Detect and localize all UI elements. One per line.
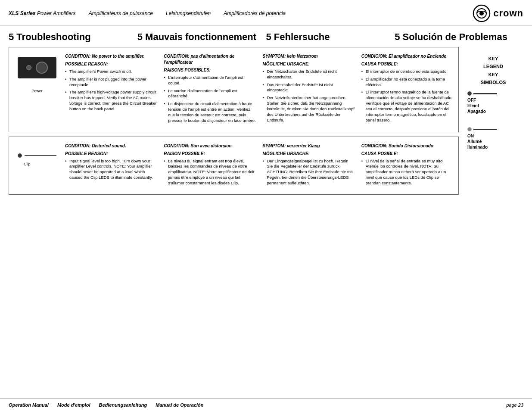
on-line — [473, 129, 497, 130]
symbol-row: OFFEleintApagado ONAlluméIluminado — [463, 91, 523, 150]
panel1-col-spanish: CONDICION: El amplificador no Enciende C… — [361, 53, 454, 126]
panel2-bullet-de-1: Der Eingangssignalpegel ist zu hoch. Reg… — [263, 159, 355, 186]
clip-indicator-image — [18, 151, 56, 160]
panel2-bullet-fr-1: Le niveau du signal entrant est trop éle… — [164, 159, 256, 186]
panel1-bullet-de-1: Der Netzschalter der Endstufe ist nicht … — [263, 69, 355, 80]
panel1-bullet-en-3: The amplifier's high-voltage power suppl… — [65, 90, 158, 112]
off-dot — [467, 91, 472, 96]
panel-distorted-sound: Clip CONDITION: Distorted sound. POSSIBL… — [9, 137, 459, 195]
main-content: Power CONDITION: No power to the amplifi… — [0, 47, 532, 372]
panel1-col-german: SYMPTOM: kein Netzstrom MÖGLICHE URSACHE… — [263, 53, 355, 126]
on-indicator — [467, 127, 497, 131]
series-title: XLS Series Power Amplifiers — [9, 10, 76, 16]
footer-mode-emploi: Mode d'emploi — [57, 402, 90, 408]
footer-bedienungsanleitung: Bedienungsanleitung — [99, 402, 147, 408]
legend-label: LÉGEND — [483, 63, 503, 69]
on-symbol: ONAlluméIluminado — [467, 127, 497, 150]
heading-french: 5 Mauvais fonctionnement — [137, 31, 266, 43]
logo-text: crown — [493, 8, 523, 19]
panel1-bullets-en: The amplifier's Power switch is off. The… — [65, 69, 158, 112]
panel2-bullets-es: El nivel de la señal de entrada es muy a… — [361, 159, 454, 186]
panel2-reason-en: POSSIBLE REASON: — [65, 151, 158, 157]
panel2-columns: CONDITION: Distorted sound. POSSIBLE REA… — [65, 143, 454, 188]
panel2-condition-de: SYMPTOM: verzerrter Klang — [263, 143, 355, 149]
subtitle-spanish: Amplificadores de potencia — [224, 10, 286, 16]
content-panels: Power CONDITION: No power to the amplifi… — [9, 47, 459, 372]
panel1-condition-de: SYMPTOM: kein Netzstrom — [263, 53, 355, 59]
panel2-col-english: CONDITION: Distorted sound. POSSIBLE REA… — [65, 143, 158, 188]
on-label: ONAlluméIluminado — [467, 133, 497, 150]
panel2-condition-es: CONDICION: Sonido Distorsionado — [361, 143, 454, 149]
panel2-col-german: SYMPTOM: verzerrter Klang MÖGLICHE URSAC… — [263, 143, 355, 188]
panel1-bullet-es-3: El interruptor termo magnético de la fue… — [361, 90, 454, 123]
panel2-reason-fr: RAISON POSSIBLE: — [164, 151, 256, 157]
panel2-condition-fr: CONDITION: Son avec distorsion. — [164, 143, 256, 149]
off-line — [473, 93, 497, 94]
power-indicator-dot — [26, 65, 31, 70]
clip-line — [25, 155, 56, 156]
panel1-bullets-de: Der Netzschalter der Endstufe ist nicht … — [263, 69, 355, 123]
panel2-bullets-en: Input signal level is too high. Turn dow… — [65, 159, 158, 181]
panel2-bullets-fr: Le niveau du signal entrant est trop éle… — [164, 159, 256, 186]
panel1-image: Power — [13, 53, 61, 126]
panel-no-power: Power CONDITION: No power to the amplifi… — [9, 47, 459, 132]
series-bold: XLS Series — [9, 10, 36, 16]
panel1-col-english: CONDITION: No power to the amplifier. PO… — [65, 53, 158, 126]
key-label-1: KEY — [488, 56, 498, 62]
subtitle-german: Leistungsendstufen — [166, 10, 211, 16]
panel1-reason-es: CAUSA POSIBLE: — [361, 61, 454, 67]
panel1-col-french: CONDITION: pas d'alimentation de l'ampli… — [164, 53, 256, 126]
series-rest: Power Amplifiers — [36, 10, 76, 16]
panel2-image: Clip — [13, 143, 61, 188]
panel2-reason-de: MÖGLICHE URSACHE: — [263, 151, 355, 157]
right-sidebar: KEY LÉGEND KEY SIMBOLOS OFFEleintApagado… — [463, 47, 523, 372]
panel1-bullet-es-2: El amplificador no está conectado a la t… — [361, 77, 454, 88]
panel2-condition-en: CONDITION: Distorted sound. — [65, 143, 158, 149]
simbolos-label: SIMBOLOS — [481, 79, 506, 85]
brand-logo: crown — [473, 4, 523, 22]
panel1-condition-fr: CONDITION: pas d'alimentation de l'ampli… — [164, 53, 256, 65]
panel1-bullet-fr-3: Le disjoncteur du circuit d'alimentation… — [164, 101, 256, 123]
header: XLS Series Power Amplifiers Amplificateu… — [0, 0, 532, 25]
heading-german: 5 Fehlersuche — [266, 31, 395, 43]
panel2-reason-es: CAUSA POSIBLE: — [361, 151, 454, 157]
panel1-reason-fr: RAISONS POSSIBLES: — [164, 67, 256, 73]
key-label-2: KEY — [488, 72, 498, 78]
footer-op-manual: Operation Manual — [9, 402, 49, 408]
panel1-bullet-fr-1: L'interrupteur d'alimentation de l'ampli… — [164, 75, 256, 86]
footer-left: Operation Manual Mode d'emploi Bedienung… — [9, 402, 204, 408]
panel1-bullets-es: El interruptor de encendido no esta apag… — [361, 69, 454, 123]
power-label: Power — [31, 89, 43, 93]
logo-emblem — [473, 4, 491, 22]
on-dot — [467, 127, 472, 131]
clip-label: Clip — [24, 162, 31, 166]
panel2-col-spanish: CONDICION: Sonido Distorsionado CAUSA PO… — [361, 143, 454, 188]
panel1-reason-en: POSSIBLE REASON: — [65, 61, 158, 67]
footer: Operation Manual Mode d'emploi Bedienung… — [0, 399, 532, 411]
off-indicator — [467, 91, 497, 96]
footer-page-number: page 23 — [506, 402, 523, 408]
panel2-col-french: CONDITION: Son avec distorsion. RAISON P… — [164, 143, 256, 188]
panel1-bullet-es-1: El interruptor de encendido no esta apag… — [361, 69, 454, 75]
power-button-circle — [36, 62, 48, 74]
panel1-bullet-fr-2: Le cordon d'alimentation de l'ampli est … — [164, 88, 256, 100]
panel1-reason-de: MÖGLICHE URSACHE: — [263, 61, 355, 67]
header-left: XLS Series Power Amplifiers Amplificateu… — [9, 10, 473, 16]
panel1-columns: CONDITION: No power to the amplifier. PO… — [65, 53, 454, 126]
panel1-bullet-en-1: The amplifier's Power switch is off. — [65, 69, 158, 75]
panel2-bullet-en-1: Input signal level is too high. Turn dow… — [65, 159, 158, 181]
heading-english: 5 Troubleshooting — [9, 31, 137, 43]
panel2-bullets-de: Der Eingangssignalpegel ist zu hoch. Reg… — [263, 159, 355, 186]
panel1-bullet-de-2: Das Netzkabel der Endstufe ist nicht ein… — [263, 82, 355, 93]
panel1-bullet-de-3: Der Netzteilunterbrecher hat angesproche… — [263, 95, 355, 123]
off-symbol: OFFEleintApagado — [467, 91, 497, 114]
panel2-bullet-es-1: El nivel de la señal de entrada es muy a… — [361, 159, 454, 186]
heading-spanish: 5 Solución de Problemas — [395, 31, 523, 43]
subtitle-french: Amplificateurs de puissance — [89, 10, 153, 16]
footer-manual-operacion: Manual de Operación — [156, 402, 203, 408]
section-headings: 5 Troubleshooting 5 Mauvais fonctionneme… — [0, 25, 532, 47]
power-button-image — [18, 57, 56, 78]
clip-dot — [18, 153, 22, 158]
panel1-bullet-en-2: The amplifier is not plugged into the po… — [65, 77, 158, 88]
off-label: OFFEleintApagado — [467, 97, 497, 114]
